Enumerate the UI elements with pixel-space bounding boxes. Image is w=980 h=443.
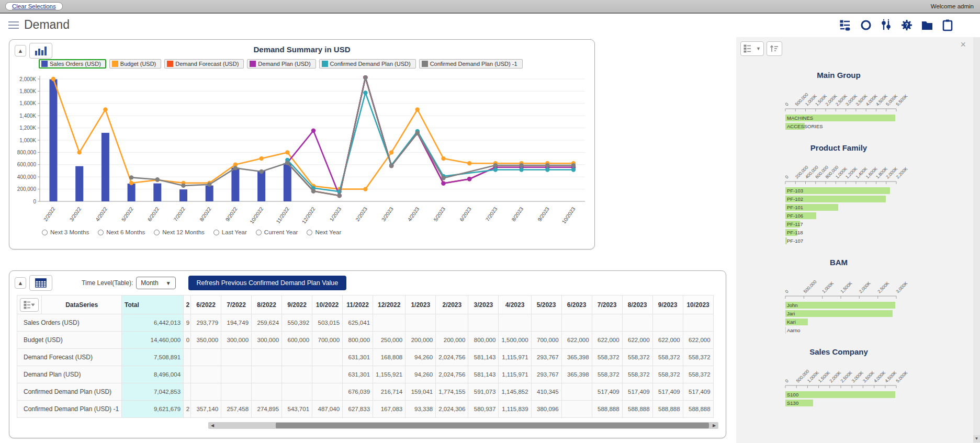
refresh-circle-icon[interactable] <box>860 19 872 31</box>
side-bar-row[interactable]: Kari <box>785 319 896 325</box>
side-bar-label: John <box>787 302 798 309</box>
scroll-down-icon[interactable]: ▼ <box>973 435 980 442</box>
sidebar-chart-title: Main Group <box>783 71 894 79</box>
header-toolbar: ? <box>839 19 954 31</box>
table-cell: 365,398 <box>561 366 592 383</box>
sidebar-chart-sales-company: Sales Company0500,0001,000K1,500K2,000K2… <box>736 347 973 406</box>
side-bar-row[interactable]: Jari <box>785 310 896 317</box>
side-bar-row[interactable]: John <box>785 302 896 309</box>
table-cell: 558,372 <box>683 349 713 366</box>
svg-text:7/2022: 7/2022 <box>173 206 187 222</box>
side-bar-label: ACCESSORIES <box>787 123 823 130</box>
side-bar-row[interactable]: PF-103 <box>785 187 896 194</box>
table-cell: 200,000 <box>405 332 436 349</box>
collapse-table-icon[interactable]: ▲ <box>15 277 26 289</box>
side-bar-label: PF-102 <box>787 196 803 202</box>
side-bar-row[interactable]: S100 <box>785 391 896 398</box>
sidebar-sort-button[interactable] <box>767 41 782 56</box>
svg-text:3/2022: 3/2022 <box>69 206 83 222</box>
scroll-right-icon[interactable]: ▶ <box>710 422 718 429</box>
table-cell: 558,372 <box>683 366 713 383</box>
time-level-select[interactable]: Month ▼ <box>136 277 175 289</box>
table-cell: 274,895 <box>252 401 282 418</box>
table-cell <box>252 349 282 366</box>
folder-icon[interactable] <box>921 19 933 31</box>
range-radio-next-year[interactable]: Next Year <box>307 229 341 235</box>
table-cell: 631,301 <box>343 349 373 366</box>
side-bar-row[interactable]: PF-102 <box>785 196 896 202</box>
sidebar-vertical-scrollbar[interactable]: ▼ <box>973 37 980 443</box>
table-cell: 9 <box>184 314 191 332</box>
legend-label: Confirmed Demand Plan (USD) -1 <box>430 61 517 67</box>
table-cell <box>312 366 343 383</box>
close-icon[interactable]: × <box>960 39 966 50</box>
refresh-confirmed-plan-button[interactable]: Refresh Previous Confirmed Demand Plan V… <box>188 276 347 290</box>
legend-label: Sales Orders (USD) <box>50 61 101 67</box>
hamburger-menu-icon[interactable] <box>8 21 19 30</box>
range-radio-next-3-months[interactable]: Next 3 Months <box>42 229 89 235</box>
side-bar-row[interactable]: ACCESSORIES <box>785 123 896 130</box>
settings-help-icon[interactable]: ? <box>900 19 913 31</box>
filter-sidebar: ▼ × Main Group0500,0001,000K1,500K2,000K… <box>736 37 973 443</box>
legend-swatch <box>250 61 256 67</box>
side-bar-row[interactable]: PF-118 <box>785 229 896 236</box>
svg-text:9/2022: 9/2022 <box>224 206 239 222</box>
sidebar-chart-title: BAM <box>783 258 894 267</box>
radio-label: Current Year <box>264 229 298 235</box>
range-radio-next-6-months[interactable]: Next 6 Months <box>98 229 145 235</box>
scrollbar-thumb[interactable] <box>276 423 709 428</box>
side-bar-row[interactable]: PF-117 <box>785 221 896 228</box>
table-cell: 558,372 <box>592 366 622 383</box>
side-bar-label: Kari <box>787 319 796 325</box>
clear-selections-button[interactable]: Clear Selections <box>5 2 63 10</box>
svg-text:400,000: 400,000 <box>17 174 37 180</box>
side-bar-row[interactable]: Aarno <box>785 327 896 334</box>
table-cell: 365,398 <box>561 349 592 366</box>
table-cell <box>405 314 436 332</box>
demand-summary-chart: 0200,000400,000600,000800,0001,000K1,200… <box>12 71 592 231</box>
svg-text:3/2023: 3/2023 <box>380 206 395 222</box>
column-header: 11/2022 <box>343 296 373 314</box>
table-cell <box>184 349 191 366</box>
legend-label: Budget (USD) <box>120 61 156 67</box>
side-bar-row[interactable]: MACHINES <box>785 115 896 121</box>
legend-item[interactable]: Confirmed Demand Plan (USD) <box>319 59 416 69</box>
table-horizontal-scrollbar[interactable]: ◀ ▶ <box>208 422 718 429</box>
legend-item[interactable]: Demand Plan (USD) <box>247 59 316 69</box>
svg-text:1,600K: 1,600K <box>19 100 36 106</box>
side-bar-label: PF-103 <box>787 187 803 194</box>
side-bar-label: S100 <box>787 391 798 398</box>
table-series-filter-button[interactable] <box>17 296 42 314</box>
scroll-left-icon[interactable]: ◀ <box>208 422 217 429</box>
range-radio-last-year[interactable]: Last Year <box>213 229 247 235</box>
legend-item[interactable]: Sales Orders (USD) <box>39 59 106 69</box>
table-cell <box>683 314 713 332</box>
table-cell <box>561 383 592 401</box>
org-list-icon[interactable] <box>839 19 852 31</box>
column-header: 4/2023 <box>499 296 531 314</box>
legend-item[interactable]: Demand Forecast (USD) <box>164 59 244 69</box>
table-grid-icon[interactable] <box>29 275 52 291</box>
axis-svg: 0200,000400,000600,000800,0001,000K1,200… <box>736 152 925 185</box>
table-cell <box>312 383 343 401</box>
side-bar-row[interactable]: PF-101 <box>785 204 896 211</box>
side-bar-row[interactable]: PF-106 <box>785 212 896 219</box>
sidebar-list-filter-button[interactable]: ▼ <box>740 41 764 56</box>
column-header: 8/2023 <box>622 296 652 314</box>
svg-text:6/2023: 6/2023 <box>458 206 472 222</box>
svg-text:1,000K: 1,000K <box>821 280 835 294</box>
side-bar-row[interactable]: S130 <box>785 400 896 406</box>
clipboard-icon[interactable] <box>941 19 954 31</box>
table-cell: 1,115,971 <box>499 366 531 383</box>
legend-swatch <box>41 61 48 67</box>
range-radio-next-12-months[interactable]: Next 12 Months <box>154 229 205 235</box>
legend-item[interactable]: Budget (USD) <box>109 59 161 69</box>
table-cell <box>531 314 561 332</box>
sliders-icon[interactable] <box>880 19 893 31</box>
svg-text:2/2022: 2/2022 <box>42 206 57 222</box>
table-cell: 0 <box>184 332 191 349</box>
side-bar-row[interactable]: PF-107 <box>785 237 896 244</box>
range-radio-current-year[interactable]: Current Year <box>256 229 298 235</box>
legend-item[interactable]: Confirmed Demand Plan (USD) -1 <box>419 59 523 69</box>
table-cell: 93,338 <box>405 401 436 418</box>
